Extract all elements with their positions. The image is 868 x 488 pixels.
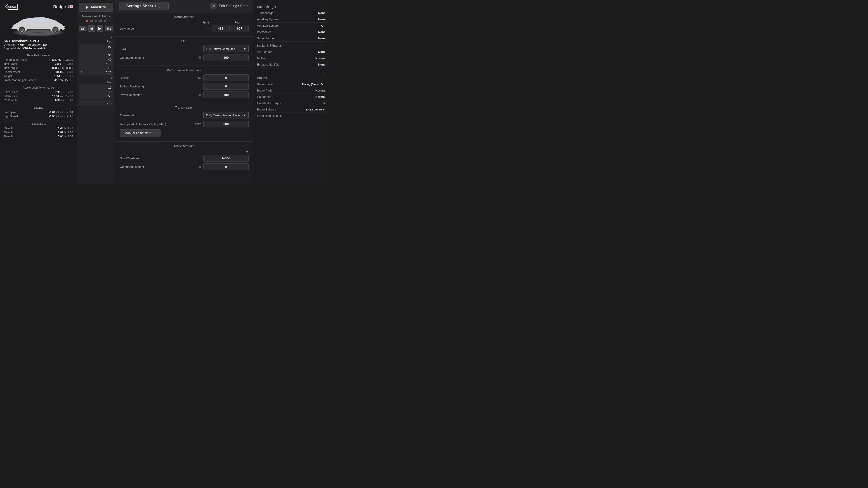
- brake-system-value: Racing (Slotted Di...: [302, 83, 326, 86]
- ballast-unit: kg: [198, 76, 201, 79]
- stat-alt-pp: 1337.09: [63, 58, 73, 61]
- stat-label-75mph: 75 mph: [4, 131, 13, 134]
- stat-row-weight: Weight 1651 lbs. 1651: [4, 74, 73, 78]
- output-adj2-value[interactable]: 0: [204, 163, 249, 170]
- power-restrictor-value[interactable]: 100: [204, 92, 249, 98]
- ballast-value[interactable]: 0: [204, 74, 249, 81]
- measure-val-40: 40: [108, 58, 112, 61]
- downforce-row: Downforce Lv. 493 657: [120, 25, 249, 32]
- power-restrictor-row: Power Restrictor % 100: [120, 92, 249, 98]
- downforce-rear-value[interactable]: 657: [230, 25, 249, 32]
- car-spec-drivetrain: Drivetrain 4WD / Aspiration NA: [4, 43, 73, 46]
- nitro-value[interactable]: None: [204, 155, 249, 162]
- stat-alt-62-93: 0.98: [68, 99, 73, 102]
- measure-values-box-1: 90 5 30 40 6.10 1.8 ⚙ ↕ 0.20: [79, 43, 113, 75]
- rear-label-2: Rear: [79, 81, 113, 84]
- antilag1-label: Anti-Lag System: [257, 18, 278, 21]
- top-speed-value[interactable]: 580: [204, 121, 249, 127]
- nav-next-button[interactable]: ▶: [96, 25, 103, 32]
- stat-value-power: 2586 HP: [55, 62, 65, 66]
- engine-label: Engine Model: [4, 47, 21, 50]
- right-row-turbocharger: Turbocharger None: [257, 10, 326, 16]
- measure-button[interactable]: Measure: [79, 3, 113, 12]
- handbrake-value: Normal: [315, 95, 326, 98]
- stat-row-pp: Performance Points PP1337.09 1337.09: [4, 58, 73, 62]
- drivetrain-value: 4WD: [18, 43, 24, 46]
- right-row-handbrake: Handbrake Normal: [257, 94, 326, 100]
- ecu-label: ECU: [120, 47, 204, 51]
- brake-balance-label: Brake Balance: [257, 108, 276, 111]
- nav-prev-button[interactable]: ◀: [88, 25, 95, 32]
- stat-value-025: 7.90 sec.: [55, 91, 66, 94]
- measure-val-40b: 40: [108, 90, 112, 94]
- stat-label-displacement: Displacement: [4, 70, 20, 74]
- output-adj-row: Output Adjustment % 100: [120, 54, 249, 61]
- settings-sheet-menu-icon: ☰: [158, 4, 161, 8]
- engine-value: V10-Tomahawk-X: [23, 47, 45, 50]
- downforce-front-value[interactable]: 493: [212, 25, 230, 32]
- stat-row-lowspeed: Low Speed -0.64 (Under) -0.64: [4, 110, 73, 114]
- stability-title: Stability: [4, 106, 73, 109]
- right-row-brake-system: Brake System Racing (Slotted Di...: [257, 81, 326, 88]
- antilag2-value: Off: [321, 24, 326, 27]
- ecu-dropdown[interactable]: Full Control Computer ▼: [204, 45, 249, 53]
- exhaust-manifold-label: Exhaust Manifold: [257, 63, 280, 66]
- settings-sheet-title: Settings Sheet 1: [126, 4, 156, 8]
- measure-panel: Measure Measurement History L1 ◀ ▶ R1 ▼ …: [77, 0, 115, 184]
- ballast-pos-label: Ballast Positioning: [120, 85, 204, 88]
- measure-val-row-11: - : -: [81, 101, 112, 105]
- transmission-dropdown[interactable]: Fully Customizable: Racing ▼: [204, 111, 249, 119]
- measurement-history-label: Measurement History: [79, 14, 113, 18]
- stat-value-torque: 898.5 ft-lb: [52, 66, 64, 70]
- output-adj-value[interactable]: 100: [204, 54, 249, 61]
- brake-balance-value: Brake Controller: [306, 108, 326, 111]
- stat-label-torque: Max Torque: [4, 66, 18, 70]
- nav-l1-badge: L1: [79, 26, 87, 31]
- power-restrictor-unit: %: [199, 93, 201, 96]
- ecu-row: ECU Full Control Computer ▼: [120, 45, 249, 53]
- car-silhouette: [7, 13, 70, 36]
- nitro-chevron-down: ▼: [246, 150, 249, 154]
- settings-sheet-button[interactable]: Settings Sheet 1 ☰: [119, 2, 168, 10]
- dot-1: [86, 20, 88, 22]
- measure-val-020: 0.20: [106, 71, 112, 74]
- ballast-pos-value[interactable]: 0: [204, 83, 249, 90]
- brand-name: Dodge: [53, 4, 66, 9]
- nav-row: L1 ◀ ▶ R1: [79, 25, 113, 32]
- aerodynamics-section: Aerodynamics Front Rear Downforce Lv. 49…: [115, 12, 253, 37]
- ecu-title: ECU: [120, 39, 249, 43]
- turbocharger-value: None: [318, 11, 326, 15]
- history-dots: [79, 20, 113, 22]
- stat-label-62-93: 62-93 mph: [4, 99, 17, 102]
- stat-row-75mph: 75 mph 2.67 G 2.67: [4, 130, 73, 134]
- supercharger-value: None: [318, 37, 326, 40]
- dot-3: [95, 20, 97, 22]
- nitro-section: Nitro/Overtake ▼ Nitro/Overtake None Out…: [115, 142, 253, 175]
- measure-val-row-9: 40: [81, 90, 112, 94]
- manual-adjustment-button[interactable]: Manual Adjustment •••: [120, 129, 160, 137]
- measure-val-row-2: 5: [81, 49, 112, 53]
- measure-val-5: 5: [110, 49, 112, 53]
- output-adj-label: Output Adjustment: [120, 56, 199, 59]
- right-panel-inner: Supercharger Turbocharger None Anti-Lag …: [257, 5, 326, 119]
- center-header: Settings Sheet 1 ☰ ••• Edit Settings She…: [115, 0, 253, 12]
- stat-value-pp: PP1337.09: [48, 58, 61, 61]
- stat-label-99mph: 99 mph: [4, 135, 13, 138]
- aspiration-label: Aspiration: [28, 43, 41, 46]
- drivetrain-label: Drivetrain: [4, 43, 16, 46]
- transmission-label: Transmission: [120, 113, 204, 117]
- stat-label-062: 0-0.62 miles: [4, 95, 18, 98]
- brake-pads-value: Normal: [315, 89, 326, 92]
- measure-values-box-2: 15 40 50: [79, 85, 113, 99]
- svg-text:DODGE: DODGE: [7, 5, 17, 8]
- measure-val-dashes: - : -: [107, 101, 112, 105]
- measure-val-30: 30: [108, 54, 112, 57]
- stat-label-weight: Weight: [4, 74, 12, 78]
- edit-settings-button[interactable]: ••• Edit Settings Sheet: [210, 2, 250, 10]
- right-row-exhaust-manifold: Exhaust Manifold None: [257, 61, 326, 68]
- right-row-front-rear-balance: Front/Rear Balance: [257, 113, 326, 119]
- stat-alt-displacement: 7000: [67, 70, 73, 74]
- chevron-right-icon: ›: [257, 69, 326, 74]
- measure-icon-7: ⚙ ↕: [81, 71, 85, 74]
- svg-point-4: [20, 28, 24, 32]
